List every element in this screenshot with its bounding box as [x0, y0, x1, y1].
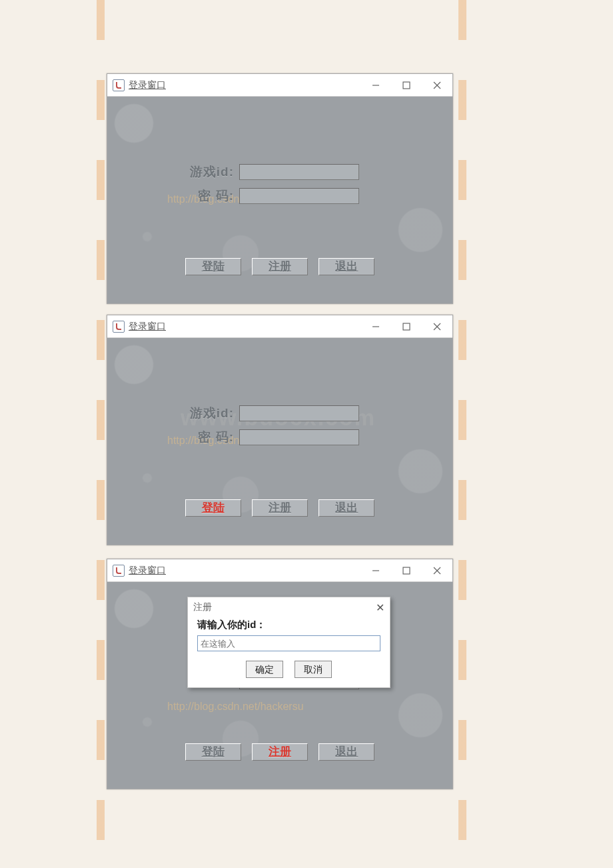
maximize-button[interactable]	[391, 315, 422, 337]
window-title: 登录窗口	[129, 79, 166, 91]
login-button[interactable]: 登陆	[185, 258, 241, 275]
dialog-input[interactable]	[197, 635, 380, 651]
game-id-input[interactable]	[239, 405, 359, 421]
login-button[interactable]: 登陆	[185, 499, 241, 517]
java-icon	[113, 321, 125, 333]
svg-rect-5	[403, 323, 410, 330]
password-input[interactable]	[239, 188, 359, 204]
password-label: 密 码:	[174, 187, 234, 205]
register-button[interactable]: 注册	[252, 499, 308, 517]
register-button[interactable]: 注册	[252, 258, 308, 275]
close-button[interactable]	[422, 559, 452, 581]
register-dialog: 注册 ✕ 请输入你的id： 确定 取消	[187, 597, 390, 688]
game-id-input[interactable]	[239, 164, 359, 180]
exit-button[interactable]: 退出	[318, 258, 374, 275]
dialog-title: 注册	[193, 601, 212, 613]
login-window: 登录窗口 http://blog.csdn.net/hackersu 游戏id:…	[107, 73, 453, 304]
password-input[interactable]	[239, 429, 359, 445]
dialog-ok-button[interactable]: 确定	[246, 661, 283, 678]
exit-button[interactable]: 退出	[318, 743, 374, 761]
dialog-cancel-button[interactable]: 取消	[295, 661, 332, 678]
minimize-button[interactable]	[360, 559, 391, 581]
java-icon	[113, 79, 125, 91]
titlebar[interactable]: 登录窗口	[107, 74, 452, 97]
password-label: 密 码:	[174, 429, 234, 446]
window-title: 登录窗口	[129, 565, 166, 577]
titlebar[interactable]: 登录窗口	[107, 559, 452, 582]
login-window: 登录窗口 www.bdocx.com http://blog.csdn.net/…	[107, 315, 453, 545]
close-button[interactable]	[422, 74, 452, 96]
window-title: 登录窗口	[129, 321, 166, 333]
maximize-button[interactable]	[391, 559, 422, 581]
watermark-text: http://blog.csdn.net/hackersu	[167, 701, 304, 713]
register-button[interactable]: 注册	[252, 743, 308, 761]
svg-rect-1	[403, 82, 410, 89]
titlebar[interactable]: 登录窗口	[107, 315, 452, 338]
login-button[interactable]: 登陆	[185, 743, 241, 761]
dialog-close-icon[interactable]: ✕	[376, 601, 384, 614]
game-id-label: 游戏id:	[174, 163, 234, 181]
dialog-prompt: 请输入你的id：	[197, 619, 380, 631]
minimize-button[interactable]	[360, 74, 391, 96]
close-button[interactable]	[422, 315, 452, 337]
exit-button[interactable]: 退出	[318, 499, 374, 517]
svg-rect-9	[403, 567, 410, 574]
java-icon	[113, 565, 125, 577]
login-window: 登录窗口 http://blog.csdn.net/hackersu 游戏id:…	[107, 559, 453, 789]
maximize-button[interactable]	[391, 74, 422, 96]
minimize-button[interactable]	[360, 315, 391, 337]
game-id-label: 游戏id:	[174, 405, 234, 422]
